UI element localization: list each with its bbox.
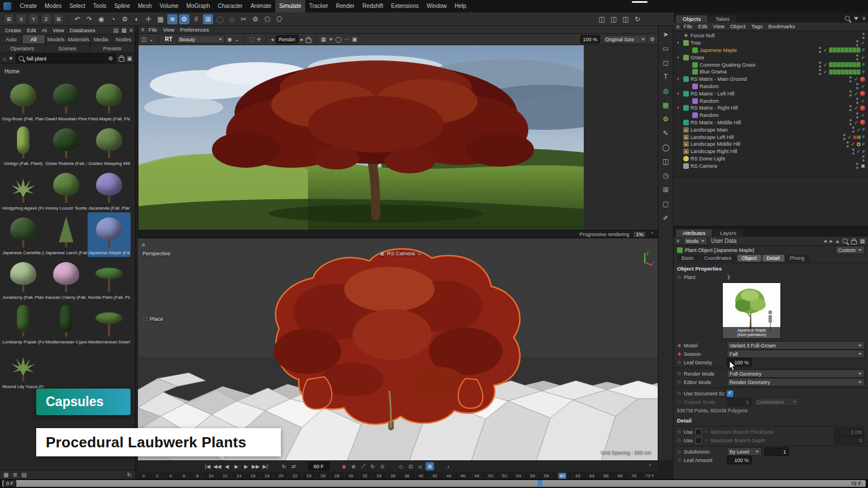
lock-icon[interactable] [851,240,857,245]
panel-menu-icon[interactable] [141,27,145,33]
max-branch-field[interactable]: 3 [834,436,865,445]
menu-item[interactable]: Preferences [177,26,212,33]
visibility-dots[interactable] [856,54,859,60]
asset-item[interactable]: Jacaranda (Fall, Plant) [88,168,131,212]
object-row[interactable]: ▾ Landscape Middle Hill ✓ [674,141,868,148]
volume-icon[interactable]: ▦ [661,100,671,110]
menu-item[interactable]: AI [39,26,50,34]
menu-item[interactable]: View [160,26,177,33]
filter-effects-icon[interactable] [328,36,333,42]
expand-timeline-icon[interactable]: ⌃ [646,462,654,470]
ping-pong-icon[interactable]: ⇄ [289,462,298,470]
enabled-check[interactable]: ✓ [861,84,865,89]
redshift-material-tag[interactable] [860,106,865,111]
breadcrumb[interactable]: Home [0,64,135,76]
redshift-material-tag[interactable] [860,77,865,82]
property-tab[interactable]: Object [737,255,761,262]
menu-item[interactable]: MoGraph [183,0,214,12]
visibility-dots[interactable] [852,127,855,133]
modeling-settings-icon[interactable]: ⚙ [250,14,261,24]
record-icon[interactable]: ◉ [340,462,348,470]
panel-tab[interactable]: Objects [676,15,708,23]
next-frame-button[interactable]: ▶ [242,462,250,470]
visibility-dots[interactable] [849,90,852,97]
viewport-menu-icon[interactable] [142,242,145,248]
menu-item[interactable]: Select [66,0,89,12]
clear-search-icon[interactable] [108,55,112,62]
viewport-camera-label[interactable]: Perspective [142,250,171,256]
model-dropdown[interactable]: Variant 3 Full-Grown [727,341,865,350]
record-rotation-icon[interactable]: ↻ [368,462,377,470]
symmetry-icon[interactable]: ◫ [661,156,671,167]
object-row[interactable]: ▾ Japanese Maple ✓ [674,47,868,54]
selection-tag[interactable] [857,142,861,146]
current-frame-field[interactable]: 60 F [308,462,329,470]
visibility-dots[interactable] [856,112,859,119]
solo-mode-icon[interactable]: ◎ [227,14,237,24]
asset-item[interactable]: Japanese Larch (Fall, Pl... [45,212,88,257]
coordinates-icon[interactable]: ✛ [144,14,154,24]
object-row[interactable]: ▾ Landscape Right Hill ✓ [674,148,868,155]
menu-item[interactable]: Object [727,23,748,30]
texture-tags[interactable] [829,69,861,75]
enabled-check[interactable]: ✓ [861,40,865,46]
render-settings-icon[interactable]: ⚙ [120,14,130,24]
menu-item[interactable]: Databases [67,26,98,34]
object-row[interactable]: ▾ RS Matrix - Middle Hill ✓ [674,119,868,127]
search-icon[interactable] [843,238,848,243]
menu-item[interactable]: Modes [41,0,66,12]
rt-toggle-button[interactable]: RT [163,36,174,42]
expand-arrow[interactable]: ▾ [677,77,682,81]
object-row[interactable]: ▾ RS Matrix - Left Hill ✓ [674,90,868,97]
asset-item[interactable]: Kentia Palm (Fall, Plant) [88,257,131,302]
grid-view-icon[interactable] [121,27,127,33]
filter-tab[interactable]: Media [90,35,112,43]
active-camera-label[interactable]: RS Camera [380,250,422,256]
search-input[interactable] [25,55,106,62]
enabled-check[interactable]: ✓ [851,141,856,147]
visibility-dots[interactable] [847,141,849,147]
category-tab[interactable]: Scenes [45,44,90,53]
capsule-icon[interactable]: ⬡ [262,14,272,24]
object-row[interactable]: ▾ Grass ✓ [674,54,868,61]
enabled-check[interactable]: ✓ [854,120,858,125]
object-row[interactable]: ▾ Landscape Main ✓ [674,126,868,133]
primitive-icon[interactable]: ◯ [661,142,671,152]
enabled-check[interactable]: ✓ [861,98,865,104]
visibility-dots[interactable] [843,134,846,140]
menu-item[interactable]: File [146,26,160,33]
asset-item[interactable]: Japanese Maple (Fall, ... [88,212,131,257]
collapse-icon[interactable] [650,232,654,237]
use-document-scale-checkbox[interactable] [727,390,734,397]
display-icon[interactable]: ▢ [661,199,671,209]
object-row[interactable]: ▾ Random ✓ [674,83,868,90]
history-forward-icon[interactable] [830,238,832,244]
menu-item[interactable]: Volume [155,0,182,12]
property-tab[interactable]: Phong [785,255,809,262]
asset-item[interactable]: Globe Robinia (Fall, Pl... [45,123,88,168]
simulation-settings-icon[interactable]: ⚙ [179,14,189,24]
property-tab[interactable]: Detail [762,255,784,262]
object-row[interactable]: ▾ Random ✓ [674,112,868,119]
workplane-icon[interactable]: ▦ [155,14,166,24]
material-manager-icon[interactable]: ◐ [132,14,142,24]
simulation-scene-icon[interactable]: ≋ [167,14,177,24]
compare-options-icon[interactable] [235,36,239,42]
menu-icon[interactable] [676,24,680,30]
menu-item[interactable]: Tags [748,23,765,30]
visibility-dots[interactable] [862,155,865,162]
crop-icon[interactable] [257,36,261,42]
menu-item[interactable]: Simulate [275,0,305,12]
sound-icon[interactable]: ♪ [444,462,453,470]
more-options-icon[interactable] [344,36,350,42]
object-row[interactable]: ▾ Blue Grama ✓ [674,68,868,76]
leaf-density-field[interactable]: 100 % [727,358,752,367]
enabled-check[interactable]: ✓ [857,127,861,133]
subdivision-field[interactable]: 1 [764,447,789,456]
render-pass-dropdown[interactable]: Beauty [176,35,225,43]
asset-item[interactable]: Japanese Camellia (Fal... [2,212,45,257]
filter-tab[interactable]: All [23,35,45,43]
menu-item[interactable]: Character [214,0,247,12]
asset-item[interactable]: Juneberry (Fall, Plant) [2,257,45,302]
custom-dropdown[interactable]: Custom [835,246,865,254]
